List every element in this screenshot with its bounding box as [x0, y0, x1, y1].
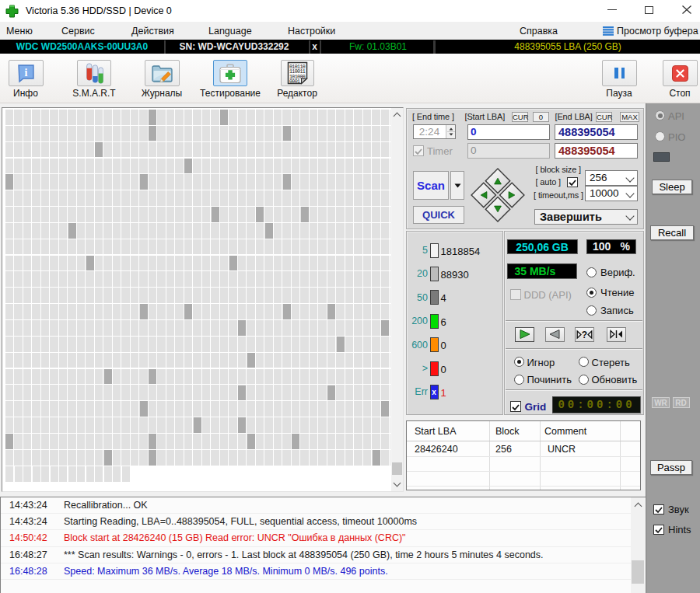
svg-text:i: i: [24, 66, 27, 78]
svg-text:0001: 0001: [289, 79, 300, 85]
svg-text:?: ?: [581, 330, 586, 340]
